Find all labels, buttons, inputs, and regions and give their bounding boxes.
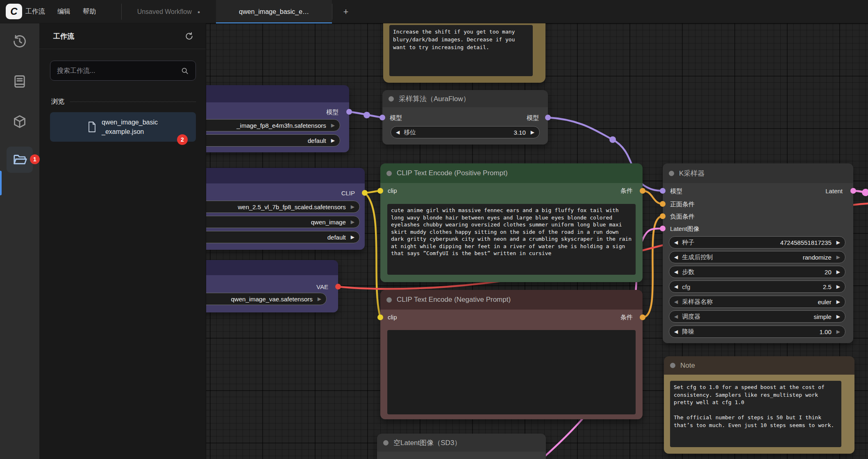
package-icon — [12, 114, 27, 129]
panel-title: 工作流 — [53, 32, 74, 41]
node-ksampler[interactable]: K采样器 模型 正面条件 负面条件 Latent图像 Latent ◀ 种子 4… — [663, 163, 853, 343]
node-title: CLIP Text Encode (Positive Prompt) — [397, 169, 508, 177]
negative-prompt-textarea[interactable] — [387, 330, 636, 414]
next-value-arrow-icon[interactable]: ▶ — [331, 138, 335, 143]
widget-sampler-name[interactable]: ◀ 采样器名称 euler ▶ — [669, 296, 845, 308]
search-icon — [181, 67, 189, 75]
input-port-negative[interactable] — [660, 213, 666, 219]
widget-seed[interactable]: ◀ 种子 472458551817235 ▶ — [669, 236, 845, 249]
increment-arrow-icon[interactable]: ▶ — [836, 314, 840, 319]
sidebar-item-model-library[interactable] — [7, 109, 33, 135]
node-status-led — [383, 440, 389, 445]
decrement-arrow-icon[interactable]: ◀ — [674, 240, 678, 245]
workflow-file-name: qwen_image_basic _example.json — [102, 118, 158, 136]
wire-negative-cond — [643, 216, 663, 317]
node-note-right[interactable]: Note Set cfg to 1.0 for a speed boost at… — [664, 356, 854, 454]
output-label-latent: Latent — [825, 188, 843, 194]
menu-edit[interactable]: 编辑 — [57, 7, 70, 16]
input-port-model[interactable] — [379, 115, 385, 120]
widget-cfg[interactable]: ◀ cfg 2.5 ▶ — [669, 280, 845, 293]
widget-steps[interactable]: ◀ 步数 20 ▶ — [669, 266, 845, 278]
decrement-arrow-icon[interactable]: ◀ — [674, 255, 678, 260]
increment-arrow-icon[interactable]: ▶ — [836, 299, 840, 304]
sidebar-item-node-library[interactable] — [7, 68, 33, 95]
increment-arrow-icon[interactable]: ▶ — [836, 329, 840, 334]
decrement-arrow-icon[interactable]: ◀ — [674, 284, 678, 289]
increment-arrow-icon[interactable]: ▶ — [836, 284, 840, 289]
next-value-arrow-icon[interactable]: ▶ — [351, 219, 354, 224]
input-label-clip: clip — [388, 314, 397, 321]
decrement-arrow-icon[interactable]: ◀ — [674, 329, 678, 334]
book-icon — [12, 74, 27, 89]
widget-shift[interactable]: ◀ 移位 3.10 ▶ — [391, 126, 540, 138]
increment-arrow-icon[interactable]: ▶ — [836, 240, 840, 245]
workflow-list-item[interactable]: qwen_image_basic _example.json 2 — [50, 112, 196, 142]
increment-arrow-icon[interactable]: ▶ — [836, 255, 840, 260]
node-title: K采样器 — [679, 169, 704, 178]
decrement-arrow-icon[interactable]: ◀ — [674, 299, 678, 304]
menu-workflow[interactable]: 工作流 — [25, 7, 45, 16]
refresh-button[interactable] — [183, 30, 195, 42]
tab-unsaved-workflow[interactable]: Unsaved Workflow ● — [121, 0, 216, 23]
reroute-dot-model-1[interactable] — [364, 112, 370, 118]
workflow-search-box[interactable] — [50, 61, 196, 81]
sidebar-item-workflows[interactable] — [7, 147, 33, 173]
wire-positive-cond — [643, 191, 663, 204]
output-port-clip[interactable] — [362, 190, 368, 196]
wire-clip-to-negative — [365, 193, 380, 317]
widget-label: 调度器 — [682, 313, 700, 321]
widget-control-after-generate[interactable]: ◀ 生成后控制 randomize ▶ — [669, 251, 845, 263]
sidebar-item-history[interactable] — [7, 28, 33, 54]
widget-value: 2.5 — [823, 283, 832, 290]
note-top-text[interactable]: Increase the shift if you get too many b… — [389, 25, 533, 76]
next-value-arrow-icon[interactable]: ▶ — [331, 123, 335, 128]
negative-header[interactable]: CLIP Text Encode (Negative Prompt) — [380, 290, 643, 310]
node-clip-text-encode-negative[interactable]: CLIP Text Encode (Negative Prompt) clip … — [380, 290, 643, 419]
increment-arrow-icon[interactable]: ▶ — [836, 269, 840, 274]
decrement-arrow-icon[interactable]: ◀ — [674, 269, 678, 274]
next-value-arrow-icon[interactable]: ▶ — [318, 296, 321, 301]
decrement-arrow-icon[interactable]: ◀ — [396, 130, 400, 135]
input-port-latent-image[interactable] — [660, 226, 666, 231]
new-tab-button[interactable]: + — [337, 0, 355, 23]
menu-help[interactable]: 帮助 — [83, 7, 96, 16]
output-label-condition: 条件 — [620, 314, 633, 321]
output-port-model[interactable] — [545, 115, 551, 120]
widget-denoise[interactable]: ◀ 降噪 1.00 ▶ — [669, 326, 845, 338]
input-port-clip[interactable] — [377, 188, 383, 194]
output-port-condition[interactable] — [640, 188, 645, 194]
decrement-arrow-icon[interactable]: ◀ — [674, 314, 678, 319]
reroute-dot-latent[interactable] — [862, 189, 868, 196]
browse-section-label: 浏览 — [51, 97, 64, 106]
comfyui-logo[interactable]: C — [6, 4, 22, 19]
tab-label: Unsaved Workflow — [137, 8, 192, 16]
output-port-vae[interactable] — [335, 284, 341, 289]
output-port-latent[interactable] — [850, 188, 856, 194]
positive-header[interactable]: CLIP Text Encode (Positive Prompt) — [380, 163, 643, 183]
increment-arrow-icon[interactable]: ▶ — [531, 130, 534, 135]
note-header[interactable]: Note — [664, 356, 854, 375]
node-model-sampling-auraflow[interactable]: 采样算法（AuraFlow） 模型 模型 ◀ 移位 3.10 ▶ — [382, 90, 548, 145]
auraflow-header[interactable]: 采样算法（AuraFlow） — [382, 90, 548, 107]
widget-value: euler — [818, 298, 831, 305]
input-port-clip[interactable] — [377, 314, 383, 320]
positive-prompt-textarea[interactable]: cute anime girl with massive fennec ears… — [387, 204, 636, 275]
file-name-line2: _example.json — [102, 128, 144, 135]
widget-scheduler[interactable]: ◀ 调度器 simple ▶ — [669, 310, 845, 323]
node-empty-latent-sd3[interactable]: 空Latent图像（SD3） — [377, 434, 546, 459]
next-value-arrow-icon[interactable]: ▶ — [351, 235, 354, 240]
input-port-positive[interactable] — [660, 201, 666, 207]
workflow-search-input[interactable] — [57, 67, 181, 75]
next-value-arrow-icon[interactable]: ▶ — [351, 204, 354, 209]
output-port-model[interactable] — [346, 109, 352, 115]
tab-divider — [332, 4, 332, 20]
ksampler-header[interactable]: K采样器 — [663, 163, 853, 183]
empty-latent-header[interactable]: 空Latent图像（SD3） — [377, 434, 546, 452]
note-right-text[interactable]: Set cfg to 1.0 for a speed boost at the … — [670, 381, 841, 447]
node-clip-text-encode-positive[interactable]: CLIP Text Encode (Positive Prompt) clip … — [380, 163, 643, 282]
tab-qwen-image-basic[interactable]: qwen_image_basic_e… — [216, 0, 332, 23]
output-port-condition[interactable] — [640, 314, 645, 320]
reroute-dot-model-2[interactable] — [609, 136, 616, 143]
app-window: Increase the shift if you get too many b… — [0, 0, 868, 459]
input-port-model[interactable] — [660, 188, 666, 194]
